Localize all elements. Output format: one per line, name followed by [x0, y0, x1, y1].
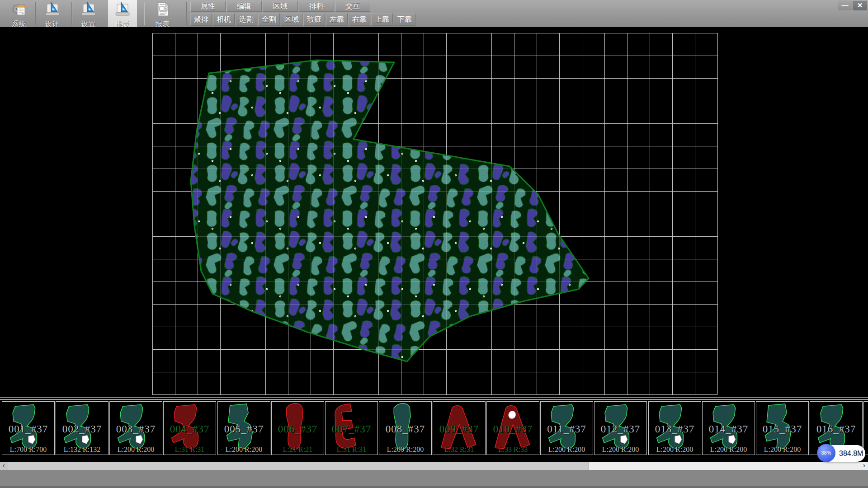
report-document-icon [155, 1, 171, 19]
piece-thumbnail-003_#37[interactable]: 003_#37L:200 R:200 [109, 401, 162, 455]
scrollbar-thumb[interactable] [8, 462, 589, 470]
nesting-ruler-icon [114, 1, 131, 19]
piece-thumbnail-010_#37[interactable]: 010_#37L:33 R:33 [486, 401, 539, 455]
tool-button-7[interactable]: 左靠 [326, 13, 348, 26]
piece-id-label: 013_#37 [649, 423, 701, 435]
piece-thumbnail-013_#37[interactable]: 013_#37L:200 R:200 [648, 401, 701, 455]
piece-count-label: L:200 R:200 [541, 446, 593, 454]
piece-count-label: L:200 R:200 [379, 446, 431, 454]
piece-id-label: 006_#37 [272, 423, 324, 435]
menu-tab-5[interactable]: 交互 [335, 1, 370, 12]
nesting-canvas[interactable] [0, 27, 868, 397]
toolbar-separator [144, 2, 145, 25]
piece-thumbnail-015_#37[interactable]: 015_#37L:200 R:200 [756, 401, 809, 455]
piece-id-label: 009_#37 [433, 423, 485, 435]
close-button[interactable]: ✕ [853, 1, 867, 10]
piece-thumbnail-009_#37[interactable]: 009_#37L:32 R:31 [433, 401, 486, 455]
piece-count-label: L:200 R:200 [649, 446, 701, 454]
tool-button-10[interactable]: 下靠 [394, 13, 415, 26]
piece-thumbnail-011_#37[interactable]: 011_#37L:200 R:200 [540, 401, 593, 455]
toolbar-separator [71, 2, 72, 25]
piece-count-label: L:31 R:31 [326, 446, 377, 454]
piece-id-label: 004_#37 [164, 423, 216, 435]
piece-thumbnail-012_#37[interactable]: 012_#37L:200 R:200 [594, 401, 647, 455]
menu-tab-2[interactable]: 编辑 [226, 1, 262, 12]
piece-thumbnail-005_#37[interactable]: 005_#37L:200 R:200 [217, 401, 270, 455]
title-bar[interactable]: 系统 设计 设置 [0, 0, 868, 27]
piece-id-label: 010_#37 [487, 423, 539, 435]
piece-thumbnail-008_#37[interactable]: 008_#37L:200 R:200 [379, 401, 432, 455]
piece-thumbnail-006_#37[interactable]: 006_#37L:21 R:21 [271, 401, 324, 455]
piece-count-label: L:700 R:700 [2, 446, 54, 454]
menu-tab-4[interactable]: 排料 [299, 1, 334, 12]
piece-id-label: 001_#37 [2, 423, 54, 435]
application-window: 系统 设计 设置 [0, 0, 868, 488]
memory-value: 384.8M [839, 445, 863, 462]
piece-thumbnail-014_#37[interactable]: 014_#37L:200 R:200 [702, 401, 755, 455]
piece-id-label: 002_#37 [56, 423, 108, 435]
piece-count-label: L:200 R:200 [703, 446, 755, 454]
minimize-button[interactable]: — [838, 1, 852, 10]
piece-id-label: 003_#37 [110, 423, 162, 435]
piece-count-label: L:200 R:200 [218, 446, 270, 454]
tool-button-1[interactable]: 聚排 [190, 13, 212, 26]
memory-badge: 38% 384.8M [818, 445, 865, 462]
piece-count-label: L:200 R:200 [594, 446, 646, 454]
system-gear-icon [11, 1, 27, 19]
tool-button-4[interactable]: 全割 [258, 13, 280, 26]
settings-ruler-icon [80, 1, 97, 19]
tool-button-5[interactable]: 区域 [281, 13, 302, 26]
piece-count-label: L:132 R:132 [56, 446, 108, 454]
strip-border-line [0, 399, 868, 400]
tool-button-6[interactable]: 瑕疵 [303, 13, 325, 26]
toolbar-button-settings[interactable]: 设置 [74, 0, 103, 27]
piece-thumbnail-002_#37[interactable]: 002_#37L:132 R:132 [56, 401, 108, 455]
piece-count-label: L:32 R:31 [433, 446, 485, 454]
piece-id-label: 011_#37 [541, 423, 593, 435]
piece-count-label: L:31 R:31 [164, 446, 216, 454]
toolbar-button-report[interactable]: 报表 [148, 0, 177, 27]
piece-id-label: 008_#37 [379, 423, 431, 435]
piece-thumbnail-partial[interactable] [863, 401, 868, 455]
horizontal-scrollbar[interactable]: ‹ › [0, 462, 868, 470]
piece-count-label: L:200 R:200 [110, 446, 162, 454]
menu-tab-3[interactable]: 区域 [263, 1, 298, 12]
status-footer [0, 470, 868, 488]
toolbar-button-nesting[interactable]: 排版 [108, 0, 137, 27]
toolbar-separator [186, 2, 187, 25]
piece-id-label: 005_#37 [218, 423, 270, 435]
toolbar-button-design[interactable]: 设计 [38, 0, 67, 27]
piece-count-label: L:33 R:33 [487, 446, 539, 454]
piece-thumbnail-007_#37[interactable]: 007_#37L:31 R:31 [325, 401, 378, 455]
tool-button-9[interactable]: 上靠 [371, 13, 393, 26]
progress-percent-badge: 38% [817, 444, 835, 462]
piece-id-label: 014_#37 [703, 423, 755, 435]
tool-button-8[interactable]: 右靠 [349, 13, 370, 26]
piece-id-label: 012_#37 [594, 423, 646, 435]
scroll-right-arrow-icon[interactable]: › [860, 462, 868, 470]
piece-id-label: 007_#37 [326, 423, 377, 435]
strip-border-line [0, 397, 868, 398]
piece-shape [867, 402, 868, 454]
menu-tab-1[interactable]: 属性 [190, 1, 226, 12]
tool-button-3[interactable]: 选割 [236, 13, 257, 26]
piece-thumbnail-strip[interactable]: 001_#37L:700 R:700002_#37L:132 R:132003_… [0, 397, 868, 462]
piece-count-label: L:200 R:200 [756, 446, 808, 454]
tool-button-2[interactable]: 相机 [213, 13, 235, 26]
piece-id-label: 015_#37 [756, 423, 808, 435]
piece-thumbnail-004_#37[interactable]: 004_#37L:31 R:31 [163, 401, 216, 455]
piece-id-label: 016_#37 [810, 423, 862, 435]
piece-thumbnail-001_#37[interactable]: 001_#37L:700 R:700 [2, 401, 55, 455]
toolbar-separator [35, 2, 36, 25]
toolbar-button-system[interactable]: 系统 [5, 0, 33, 27]
design-ruler-icon [44, 1, 61, 19]
scroll-left-arrow-icon[interactable]: ‹ [0, 462, 8, 470]
piece-count-label: L:21 R:21 [272, 446, 324, 454]
